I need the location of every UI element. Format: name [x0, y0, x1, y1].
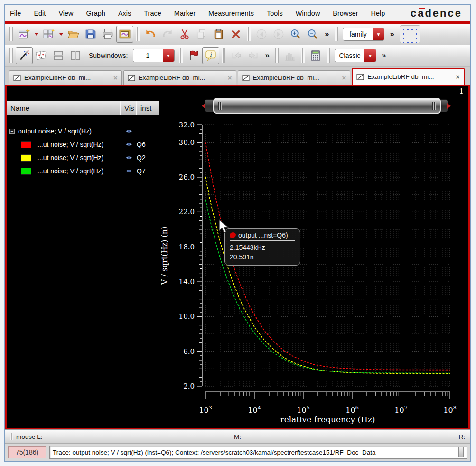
infobar-scroll-grip[interactable]	[458, 447, 464, 457]
redo-button[interactable]	[159, 26, 176, 43]
appearance-combo-dropdown-button[interactable]: ▼	[364, 49, 376, 62]
slider-grip-left[interactable]	[218, 102, 222, 110]
appearance-combo-value[interactable]: Classic	[335, 49, 364, 62]
column-header-name[interactable]: Name	[7, 101, 121, 115]
info-balloon-button[interactable]: i	[202, 47, 219, 64]
trace-group-row[interactable]: −output noise; V / sqrt(Hz)	[7, 125, 159, 137]
tab-close-icon[interactable]: ×	[228, 74, 232, 82]
toolbar-handle[interactable]	[335, 27, 338, 41]
trace-row-q2[interactable]: ...ut noise; V / sqrt(Hz)Q2	[7, 152, 159, 164]
visibility-cell[interactable]	[121, 142, 137, 147]
slider-right-arrow-icon[interactable]	[447, 103, 451, 109]
undo-button[interactable]	[142, 26, 159, 43]
snapshot-icon	[119, 28, 131, 40]
visibility-cell[interactable]	[121, 129, 137, 133]
previous-subwindow-icon	[230, 49, 243, 62]
subwindow-number: 1	[459, 87, 464, 95]
trace-context-text: Trace: output noise; V / sqrt(Hz) (inst=…	[53, 449, 375, 456]
visibility-cell[interactable]	[121, 155, 137, 160]
open-button[interactable]	[65, 26, 82, 43]
previous-subwindow-button[interactable]	[228, 47, 245, 64]
calculator-button[interactable]	[307, 47, 324, 64]
back-button[interactable]	[253, 26, 270, 43]
save-button[interactable]	[82, 26, 99, 43]
wand-button[interactable]	[16, 47, 33, 64]
menu-measurements[interactable]: Measurements	[208, 10, 254, 17]
family-combo-dropdown-button[interactable]: ▼	[373, 28, 384, 40]
toolbar-handle[interactable]	[247, 27, 251, 41]
copy-icon	[196, 28, 208, 40]
new-waveform-window-button[interactable]	[16, 26, 33, 43]
menu-edit[interactable]: Edit	[34, 10, 46, 17]
trace-row-q6[interactable]: ...ut noise; V / sqrt(Hz)Q6	[7, 138, 159, 151]
menu-help[interactable]: Help	[371, 10, 385, 17]
slider-thumb[interactable]	[213, 98, 441, 114]
menu-trace[interactable]: Trace	[144, 10, 161, 17]
menu-window[interactable]: Window	[296, 10, 320, 17]
menu-axis[interactable]: Axis	[118, 10, 131, 17]
flag-button[interactable]	[185, 47, 202, 64]
visibility-cell[interactable]	[121, 169, 137, 173]
svg-text:105: 105	[297, 405, 309, 415]
paste-button[interactable]	[210, 26, 227, 43]
tab-close-icon[interactable]: ×	[342, 74, 346, 82]
tab-label: ExampleLibRF db_mi...	[139, 74, 224, 81]
subwindows-combo[interactable]: 1▼	[133, 49, 175, 62]
column-header-inst[interactable]: inst	[137, 101, 159, 115]
toolbar-handle[interactable]	[327, 48, 330, 63]
forward-button[interactable]	[270, 26, 287, 43]
column-header-vis[interactable]: Vis	[121, 101, 137, 115]
subwindows-combo-value[interactable]: 1	[133, 49, 163, 62]
waveform-plot[interactable]: 32.030.026.022.018.014.010.06.02.0V / sq…	[159, 86, 468, 428]
tab-4[interactable]: ExampleLibRF db_mi...×	[352, 68, 465, 85]
dropdown-arrow-icon[interactable]	[33, 26, 40, 43]
statusbar-grip[interactable]	[10, 433, 13, 440]
new-subwindow-button[interactable]	[40, 26, 57, 43]
toolbar-handle[interactable]	[9, 48, 13, 63]
toolbar-overflow-chevron[interactable]: »	[262, 51, 273, 60]
next-subwindow-button[interactable]	[245, 47, 262, 64]
menu-browser[interactable]: Browser	[333, 10, 358, 17]
snapshot-button[interactable]	[116, 26, 133, 43]
menu-marker[interactable]: Marker	[174, 10, 196, 17]
tab-close-icon[interactable]: ×	[456, 73, 460, 81]
tab-1[interactable]: ExampleLibRF db_mi...×	[9, 70, 122, 85]
tab-2[interactable]: ExampleLibRF db_mi...×	[123, 70, 236, 85]
zoom-out-button[interactable]	[304, 26, 321, 43]
horizontal-split-button[interactable]	[50, 47, 67, 64]
print-button[interactable]	[99, 26, 116, 43]
toolbar-handle[interactable]	[136, 27, 140, 41]
vertical-split-button[interactable]	[67, 47, 84, 64]
menu-tools[interactable]: Tools	[267, 10, 283, 17]
menu-graph[interactable]: Graph	[86, 10, 105, 17]
menu-file[interactable]: File	[10, 10, 21, 17]
copy-button[interactable]	[193, 26, 210, 43]
tab-3[interactable]: ExampleLibRF db_mi...×	[238, 70, 351, 85]
cards-button[interactable]	[33, 47, 50, 64]
toolbar-handle[interactable]	[275, 48, 279, 63]
subwindows-combo-dropdown-button[interactable]: ▼	[163, 49, 174, 62]
cut-button[interactable]	[176, 26, 193, 43]
toolbar-overflow-chevron[interactable]: »	[386, 29, 397, 39]
toolbar-dots-panel[interactable]	[400, 25, 420, 43]
toolbar-overflow-chevron[interactable]: »	[378, 51, 389, 60]
histogram-button[interactable]	[281, 47, 299, 64]
family-combo[interactable]: family▼	[343, 28, 384, 41]
dropdown-arrow-icon[interactable]	[57, 26, 65, 43]
slider-grip-right[interactable]	[432, 102, 436, 110]
toolbar-handle[interactable]	[222, 48, 225, 63]
x-range-slider[interactable]	[202, 97, 451, 114]
zoom-in-button[interactable]	[287, 26, 304, 43]
trace-inst: Q7	[137, 167, 159, 175]
family-combo-value[interactable]: family	[343, 28, 373, 40]
appearance-combo[interactable]: Classic▼	[335, 49, 376, 62]
toolbar-overflow-chevron[interactable]: »	[321, 29, 332, 39]
delete-button[interactable]	[227, 26, 244, 43]
toolbar-handle[interactable]	[9, 27, 13, 41]
tab-close-icon[interactable]: ×	[113, 74, 118, 82]
trace-row-q7[interactable]: ...ut noise; V / sqrt(Hz)Q7	[7, 165, 159, 177]
toolbar-handle[interactable]	[301, 48, 305, 63]
menu-view[interactable]: View	[58, 10, 73, 17]
tree-collapse-icon[interactable]: −	[9, 129, 15, 134]
toolbar-handle[interactable]	[179, 48, 183, 63]
